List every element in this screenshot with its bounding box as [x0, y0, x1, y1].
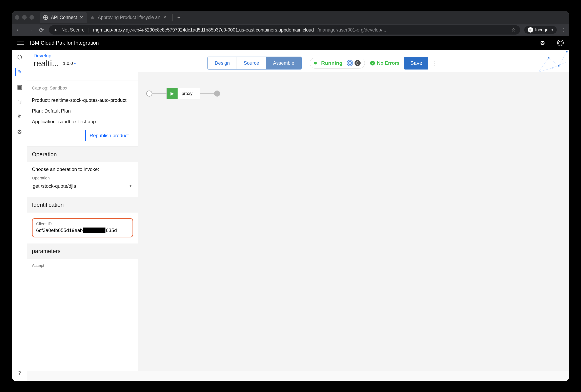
tab-label: Approving Product lifecycle an: [98, 15, 160, 20]
status-dot-icon: [314, 62, 317, 64]
tab-assemble[interactable]: Assemble: [266, 57, 301, 69]
tab-source[interactable]: Source: [237, 57, 266, 69]
status-label: Running: [321, 60, 342, 66]
breadcrumb[interactable]: Develop: [33, 53, 76, 58]
browser-tab-active[interactable]: API Connect ✕: [39, 12, 87, 23]
new-tab-button[interactable]: +: [177, 14, 181, 20]
flow-diagram: ▶ proxy: [146, 88, 561, 99]
plan-label: Plan: Default Plan: [32, 106, 133, 116]
security-label: Not Secure: [61, 27, 85, 33]
version-label: 1.0.0: [63, 61, 73, 66]
traffic-max[interactable]: [29, 15, 34, 20]
help-icon[interactable]: ?: [15, 369, 24, 377]
toggle-offline[interactable]: [355, 60, 361, 66]
flow-start-node[interactable]: [146, 90, 152, 96]
browser-tabstrip: API Connect ✕ Approving Product lifecycl…: [12, 11, 569, 24]
close-icon[interactable]: ✕: [80, 15, 83, 20]
nav-reload-icon[interactable]: ⟳: [37, 26, 45, 34]
tab-design[interactable]: Design: [208, 57, 237, 69]
not-secure-icon[interactable]: ▲: [53, 27, 58, 32]
overflow-menu-icon[interactable]: ⋮: [432, 60, 438, 67]
flow-end-node[interactable]: [214, 90, 220, 96]
operation-select[interactable]: get /stock-quote/djia ▼: [32, 182, 133, 191]
chevron-down-icon: ▼: [129, 184, 132, 188]
globe-icon: [43, 15, 48, 20]
operation-heading: Operation: [27, 147, 138, 162]
tab-label: API Connect: [51, 15, 77, 20]
no-errors-label: No Errors: [377, 60, 399, 66]
left-rail: ⬡ ✎ ▣ ≋ ⎘ ⚙ ?: [12, 50, 27, 381]
url-path: /manager/user001-org/develop/...: [318, 27, 506, 33]
rail-settings-icon[interactable]: ⚙: [15, 128, 24, 136]
window-controls[interactable]: [15, 15, 34, 20]
republish-button[interactable]: Republish product: [85, 130, 133, 141]
client-id-label: Client ID: [36, 222, 129, 226]
operation-prompt: Choose an operation to invoke:: [32, 166, 133, 172]
address-bar: ← → ⟳ ▲ Not Secure | mgmt.icp-proxy.djc-…: [12, 24, 569, 36]
traffic-close[interactable]: [15, 15, 19, 20]
flow-node-proxy[interactable]: ▶ proxy: [166, 88, 200, 99]
rail-home-icon[interactable]: ⬡: [15, 53, 24, 61]
nav-back-icon[interactable]: ←: [15, 26, 22, 33]
slack-icon: [90, 15, 95, 20]
product-header: IBM Cloud Pak for Integration ⚙ ◯: [12, 36, 569, 50]
product-label: Product: realtime-stock-quotes-auto-prod…: [32, 95, 133, 106]
flow-node-label: proxy: [178, 91, 200, 96]
catalog-label: Catalog: Sandbox: [32, 83, 133, 94]
operation-field-label: Operation: [32, 176, 133, 180]
status-pill: Running: [310, 58, 365, 68]
traffic-min[interactable]: [22, 15, 27, 20]
toggle-online[interactable]: [347, 60, 353, 66]
footer-bar: [27, 371, 569, 381]
assemble-canvas[interactable]: ▶ proxy: [138, 72, 569, 371]
play-icon: ▶: [167, 88, 178, 99]
close-icon[interactable]: ✕: [163, 15, 167, 20]
test-panel: Test Catalog: Sandbox Product: realtime-…: [27, 72, 138, 371]
no-errors-indicator[interactable]: ✓ No Errors: [370, 60, 399, 66]
incognito-badge[interactable]: Incognito: [524, 26, 557, 34]
identification-heading: Identification: [27, 197, 138, 212]
rail-dashboard-icon[interactable]: ▣: [15, 83, 24, 91]
rail-layers-icon[interactable]: ≋: [15, 98, 24, 106]
url-input[interactable]: ▲ Not Secure | mgmt.icp-proxy.djc-icp4i-…: [49, 25, 520, 34]
operation-value: get /stock-quote/djia: [33, 183, 76, 189]
bookmark-icon[interactable]: ☆: [511, 27, 516, 33]
browser-menu-icon[interactable]: ⋮: [561, 27, 566, 33]
application-label: Application: sandbox-test-app: [32, 116, 133, 127]
accept-label: Accept: [32, 263, 133, 268]
parameters-heading: parameters: [27, 244, 138, 259]
client-id-field[interactable]: Client ID 6cf3a0efb055d19eab635d: [32, 218, 133, 238]
nav-forward-icon: →: [26, 26, 33, 33]
save-button[interactable]: Save: [404, 57, 428, 70]
user-icon[interactable]: ◯: [557, 40, 564, 46]
hamburger-icon[interactable]: [17, 41, 24, 45]
redacted-block: [83, 228, 105, 233]
view-tabs: Design Source Assemble: [207, 56, 302, 70]
client-id-value: 6cf3a0efb055d19eab635d: [36, 228, 129, 233]
page-title: realti...: [33, 58, 59, 68]
url-host: mgmt.icp-proxy.djc-icp4i-5290c8c8e579792…: [93, 27, 314, 33]
chevron-down-icon: ▾: [74, 62, 76, 66]
gear-icon[interactable]: ⚙: [540, 40, 545, 46]
product-title: IBM Cloud Pak for Integration: [30, 40, 99, 46]
rail-develop-icon[interactable]: ✎: [15, 68, 23, 76]
checkmark-icon: ✓: [370, 60, 375, 66]
incognito-icon: [528, 27, 533, 32]
rail-members-icon[interactable]: ⎘: [15, 113, 24, 121]
browser-tab-inactive[interactable]: Approving Product lifecycle an ✕: [87, 12, 170, 23]
test-heading: Test: [27, 72, 138, 80]
incognito-label: Incognito: [535, 27, 553, 32]
version-selector[interactable]: 1.0.0 ▾: [63, 61, 76, 66]
